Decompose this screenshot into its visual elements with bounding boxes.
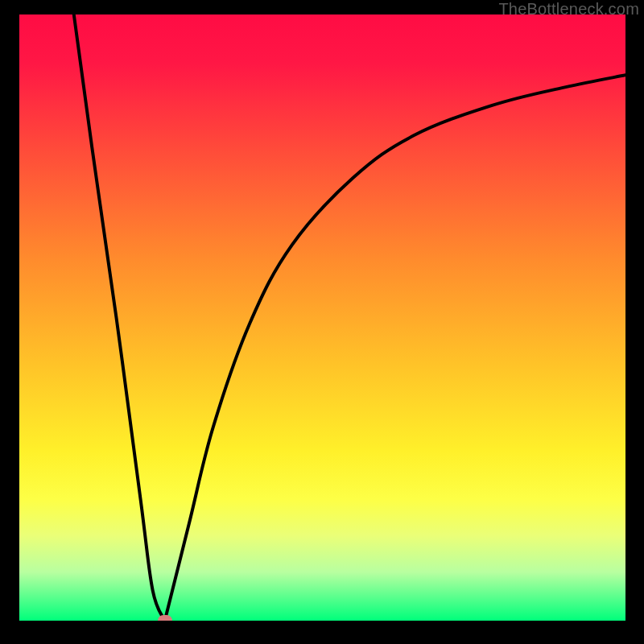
curve-left [74, 14, 165, 621]
bottleneck-curve [19, 14, 625, 621]
vertex-marker [158, 615, 172, 621]
plot-area [19, 14, 625, 621]
chart-frame: TheBottleneck.com [0, 0, 644, 644]
curve-right [165, 75, 625, 621]
watermark-text: TheBottleneck.com [498, 0, 639, 19]
